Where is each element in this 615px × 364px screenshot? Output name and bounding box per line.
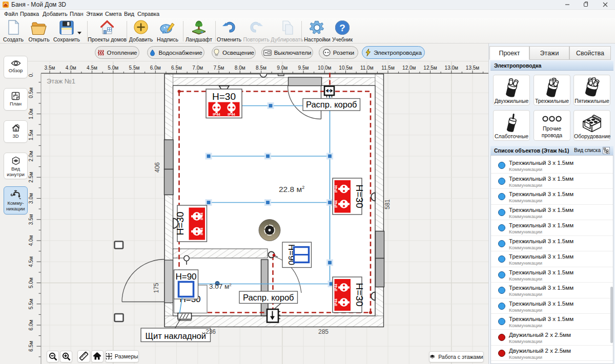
svg-text:4.5м: 4.5м: [28, 256, 34, 267]
svg-text:IP44: IP44: [213, 113, 220, 116]
svg-text:13.5м: 13.5м: [466, 65, 479, 71]
svg-text:6.0м: 6.0м: [150, 65, 161, 71]
svg-text:IP44: IP44: [200, 228, 203, 235]
svg-text:4.5м: 4.5м: [87, 65, 97, 71]
svg-text:12.0м: 12.0м: [402, 65, 416, 71]
svg-text:H=30: H=30: [354, 283, 365, 307]
svg-text:8.5м: 8.5м: [256, 65, 266, 71]
svg-text:3.0м: 3.0м: [28, 193, 34, 204]
svg-text:7.0м: 7.0м: [192, 65, 203, 71]
svg-text:IP44: IP44: [334, 200, 338, 208]
svg-text:2.0м: 2.0м: [28, 151, 34, 161]
svg-text:236: 236: [206, 328, 216, 335]
svg-text:IP44: IP44: [228, 113, 235, 116]
svg-text:5.5м: 5.5м: [129, 65, 140, 71]
svg-text:8.0м: 8.0м: [235, 65, 245, 71]
svg-text:2.5м: 2.5м: [28, 172, 34, 183]
svg-text:IP44: IP44: [334, 298, 338, 306]
svg-text:175: 175: [153, 283, 160, 293]
svg-text:Распр. короб: Распр. короб: [243, 293, 294, 302]
svg-text:Распр. короб: Распр. короб: [306, 100, 357, 109]
svg-text:6.0м: 6.0м: [28, 319, 34, 330]
svg-text:5.0м: 5.0м: [28, 277, 34, 288]
svg-text:22.8 м2: 22.8 м2: [279, 185, 304, 194]
svg-text:Этаж №1: Этаж №1: [47, 77, 75, 85]
svg-text:581: 581: [384, 199, 391, 209]
svg-text:285: 285: [318, 328, 329, 335]
svg-text:3.5м: 3.5м: [28, 214, 34, 225]
svg-text:IP44: IP44: [334, 284, 338, 291]
svg-text:?: ?: [339, 23, 345, 33]
svg-text:H=30: H=30: [354, 185, 365, 208]
svg-text:6.5м: 6.5м: [171, 65, 182, 71]
svg-text:H=30: H=30: [212, 91, 236, 102]
svg-text:H=90: H=90: [175, 272, 196, 282]
svg-text:9.0м: 9.0м: [277, 65, 288, 71]
svg-text:0.: 0.: [28, 73, 34, 77]
svg-text:10.0м: 10.0м: [318, 65, 331, 71]
svg-text:11.0м: 11.0м: [360, 65, 374, 71]
svg-text:6.5м: 6.5м: [28, 341, 34, 352]
svg-text:Щит накладной: Щит накладной: [146, 331, 206, 340]
svg-text:0.5м: 0.5м: [28, 88, 34, 98]
svg-text:5.0м: 5.0м: [108, 65, 118, 71]
svg-text:3.5м: 3.5м: [45, 65, 55, 71]
svg-text:4.0м: 4.0м: [66, 65, 76, 71]
svg-text:IP44: IP44: [200, 212, 203, 220]
svg-text:3.07 м2: 3.07 м2: [209, 283, 232, 290]
svg-text:11.5м: 11.5м: [381, 65, 395, 71]
svg-text:13.0м: 13.0м: [445, 65, 458, 71]
svg-text:1.0м: 1.0м: [28, 109, 34, 119]
svg-text:5.5м: 5.5м: [28, 298, 34, 309]
svg-text:10.5м: 10.5м: [339, 65, 352, 71]
svg-text:7.5м: 7.5м: [214, 65, 224, 71]
svg-text:9.5м: 9.5м: [298, 65, 309, 71]
svg-text:IP44: IP44: [334, 185, 338, 193]
svg-text:1.5м: 1.5м: [28, 130, 34, 140]
svg-text:4.0м: 4.0м: [28, 235, 34, 246]
svg-text:12.5м: 12.5м: [423, 65, 437, 71]
svg-text:406: 406: [154, 162, 161, 173]
